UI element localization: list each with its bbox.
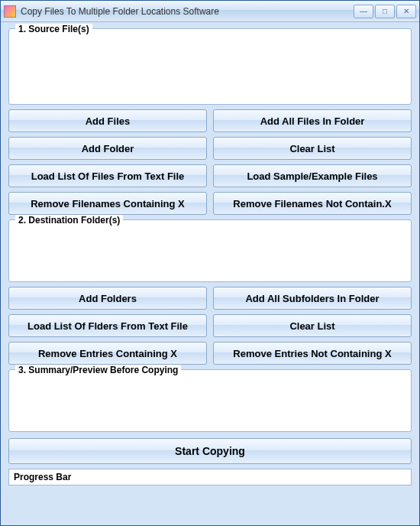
source-buttons: Add Files Add All Files In Folder Add Fo… [8, 109, 412, 215]
destination-folders-list[interactable] [14, 231, 406, 277]
clear-destination-list-button[interactable]: Clear List [213, 314, 412, 337]
titlebar[interactable]: Copy Files To Multiple Folder Locations … [1, 1, 419, 22]
load-folders-from-text-button[interactable]: Load List Of Flders From Text File [8, 314, 207, 337]
destination-folders-label: 2. Destination Folder(s) [15, 215, 123, 226]
destination-folders-group: 2. Destination Folder(s) [8, 219, 412, 282]
maximize-icon: □ [383, 7, 387, 15]
add-folders-button[interactable]: Add Folders [8, 287, 207, 310]
source-files-list[interactable] [14, 40, 406, 99]
add-folder-button[interactable]: Add Folder [8, 137, 207, 160]
start-copying-button[interactable]: Start Copying [8, 438, 412, 464]
close-button[interactable]: ✕ [396, 5, 416, 18]
summary-preview-list[interactable] [14, 381, 406, 427]
minimize-icon: — [360, 7, 367, 15]
client-area: 1. Source File(s) Add Files Add All File… [1, 22, 419, 525]
source-files-label: 1. Source File(s) [15, 24, 92, 34]
maximize-button[interactable]: □ [375, 5, 395, 18]
remove-entries-containing-x-button[interactable]: Remove Entries Containing X [8, 342, 207, 365]
summary-preview-group: 3. Summary/Preview Before Copying [8, 369, 412, 432]
load-sample-files-button[interactable]: Load Sample/Example Files [213, 164, 412, 187]
remove-filenames-not-containing-x-button[interactable]: Remove Filenames Not Contain.X [213, 192, 412, 215]
window-controls: — □ ✕ [354, 5, 416, 18]
app-icon [4, 5, 16, 18]
destination-buttons: Add Folders Add All Subfolders In Folder… [8, 287, 412, 365]
summary-preview-label: 3. Summary/Preview Before Copying [15, 365, 181, 375]
window-title: Copy Files To Multiple Folder Locations … [21, 6, 354, 17]
add-all-files-in-folder-button[interactable]: Add All Files In Folder [213, 109, 412, 132]
remove-entries-not-containing-x-button[interactable]: Remove Entries Not Containing X [213, 342, 412, 365]
add-all-subfolders-button[interactable]: Add All Subfolders In Folder [213, 287, 412, 310]
add-files-button[interactable]: Add Files [8, 109, 207, 132]
progress-label: Progress Bar [14, 472, 71, 482]
minimize-button[interactable]: — [354, 5, 373, 18]
app-window: Copy Files To Multiple Folder Locations … [0, 0, 420, 526]
source-files-group: 1. Source File(s) [8, 28, 412, 105]
close-icon: ✕ [403, 7, 409, 15]
remove-filenames-containing-x-button[interactable]: Remove Filenames Containing X [8, 192, 207, 215]
progress-bar: Progress Bar [8, 469, 412, 485]
load-files-from-text-button[interactable]: Load List Of Files From Text File [8, 164, 207, 187]
clear-source-list-button[interactable]: Clear List [213, 137, 412, 160]
